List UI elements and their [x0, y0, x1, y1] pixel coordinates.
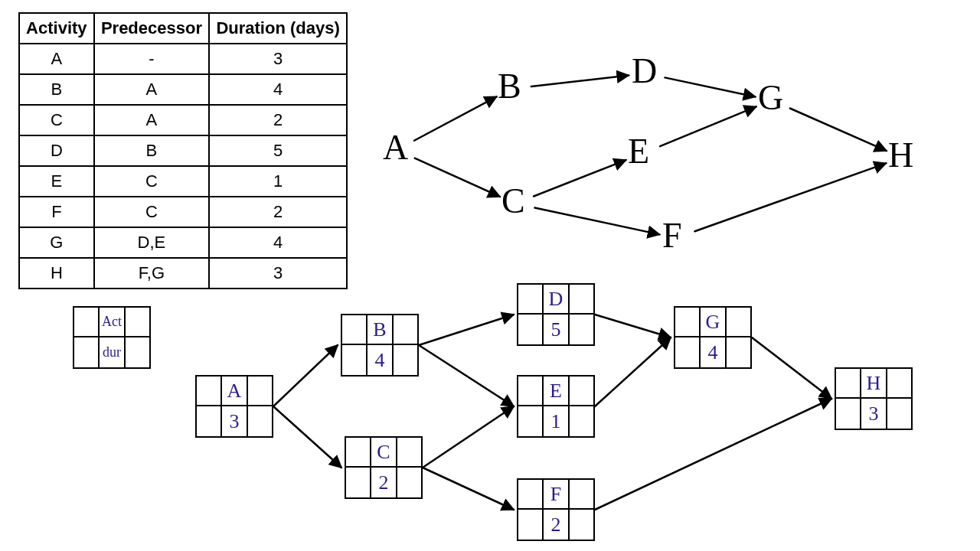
aon-cell-ef [394, 315, 417, 345]
activity-table: Activity Predecessor Duration (days) A-3… [18, 12, 348, 289]
table-cell-pred: B [94, 135, 209, 166]
aon-cell-ls [836, 399, 861, 429]
table-cell-dur: 2 [209, 197, 347, 227]
svg-line-12 [419, 345, 514, 406]
aon-cell-lf [570, 406, 593, 436]
table-cell-pred: D,E [94, 227, 209, 258]
table-cell-activity: E [19, 166, 94, 197]
table-cell-activity: A [19, 44, 94, 74]
table-cell-pred: A [94, 74, 209, 105]
aon-cell-act: F [544, 480, 569, 510]
legend-blank-tr [126, 308, 149, 337]
table-cell-dur: 4 [209, 74, 347, 105]
aon-cell-ef [397, 438, 421, 468]
table-cell-pred: - [94, 44, 209, 74]
aon-cell-dur: 2 [371, 468, 397, 497]
svg-line-16 [595, 337, 671, 406]
aon-node-f: F2 [517, 478, 595, 541]
aon-diagram: Act dur A3B4C2D5E1F2G4H3 [61, 283, 942, 543]
aon-cell-ef [887, 369, 911, 399]
tg-node-e: E [628, 134, 649, 169]
aon-cell-act: A [222, 377, 247, 406]
tg-node-c: C [501, 184, 525, 219]
aon-cell-lf [570, 510, 593, 540]
svg-line-2 [531, 75, 629, 86]
legend-blank-br [126, 337, 149, 367]
legend-blank-tl [74, 308, 100, 337]
svg-line-5 [665, 77, 755, 96]
table-cell-dur: 2 [209, 105, 347, 135]
tg-node-f: F [662, 218, 682, 253]
table-cell-pred: C [94, 166, 209, 197]
aon-cell-dur: 3 [861, 399, 887, 429]
table-cell-dur: 4 [209, 227, 347, 258]
aon-cell-dur: 3 [222, 406, 247, 436]
table-cell-dur: 1 [209, 166, 347, 197]
svg-line-9 [273, 345, 338, 406]
tg-node-b: B [498, 69, 521, 104]
aon-node-h: H3 [835, 367, 913, 430]
svg-line-7 [790, 108, 887, 151]
table-cell-pred: A [94, 105, 209, 135]
aon-cell-ls [197, 406, 222, 436]
aon-node-a: A3 [195, 375, 273, 438]
aon-cell-act: B [368, 315, 393, 345]
table-row: A-3 [19, 44, 347, 74]
aon-cell-act: E [544, 377, 569, 406]
aon-cell-ef [570, 285, 593, 315]
svg-line-3 [534, 160, 626, 196]
col-activity: Activity [19, 13, 94, 44]
aon-cell-ls [342, 345, 368, 375]
table-row: EC1 [19, 166, 347, 197]
svg-line-6 [660, 106, 756, 146]
table-cell-dur: 3 [209, 44, 347, 74]
aon-cell-es [197, 377, 222, 406]
legend-blank-bl [74, 337, 100, 367]
aon-node-e: E1 [517, 375, 595, 438]
table-row: GD,E4 [19, 227, 347, 258]
aon-cell-es [518, 285, 544, 315]
aon-node-d: D5 [517, 283, 595, 346]
table-row: CA2 [19, 105, 347, 135]
legend-act: Act [100, 308, 125, 337]
aon-cell-ef [727, 308, 750, 337]
aon-cell-ef [570, 480, 593, 510]
aon-cell-dur: 4 [701, 337, 726, 367]
aon-cell-ls [675, 337, 701, 367]
tg-node-g: G [758, 80, 783, 116]
table-cell-activity: D [19, 135, 94, 166]
aon-cell-act: C [371, 438, 397, 468]
aon-cell-ls [518, 406, 544, 436]
table-row: FC2 [19, 197, 347, 227]
table-header-row: Activity Predecessor Duration (days) [19, 13, 347, 44]
svg-line-18 [595, 399, 831, 510]
svg-line-10 [273, 406, 341, 468]
aon-cell-ls [346, 468, 371, 497]
aon-cell-dur: 1 [544, 406, 569, 436]
table-cell-activity: G [19, 227, 94, 258]
svg-line-1 [415, 158, 500, 197]
svg-line-15 [595, 315, 671, 337]
aon-cell-ef [570, 377, 593, 406]
aon-cell-dur: 2 [544, 510, 569, 540]
aon-cell-ef [248, 377, 272, 406]
top-dependency-graph: ABCDEFGH [360, 31, 942, 283]
aon-cell-ls [518, 510, 544, 540]
aon-node-c: C2 [345, 436, 423, 499]
aon-cell-dur: 5 [544, 315, 569, 344]
aon-cell-ls [518, 315, 544, 344]
svg-line-0 [414, 96, 497, 140]
aon-cell-es [346, 438, 371, 468]
aon-cell-lf [394, 345, 417, 375]
tg-node-h: H [888, 138, 913, 173]
aon-cell-es [518, 480, 544, 510]
aon-cell-lf [727, 337, 750, 367]
tg-node-d: D [632, 54, 657, 89]
table-cell-activity: F [19, 197, 94, 227]
aon-node-g: G4 [674, 306, 752, 369]
svg-line-8 [694, 163, 886, 231]
aon-cell-lf [248, 406, 272, 436]
aon-cell-lf [887, 399, 911, 429]
table-cell-dur: 5 [209, 135, 347, 166]
aon-cell-es [675, 308, 701, 337]
